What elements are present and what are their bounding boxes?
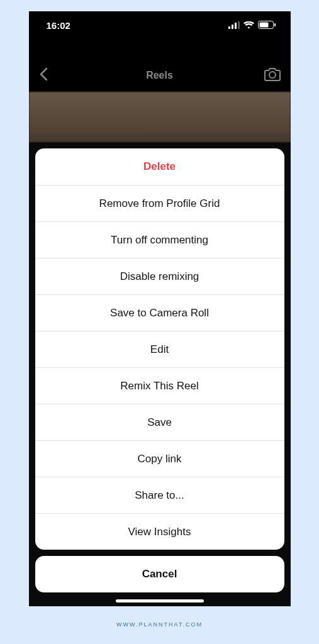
status-bar: 16:02 <box>29 11 291 39</box>
svg-rect-5 <box>259 22 268 27</box>
action-item-label: Turn off commenting <box>111 234 208 247</box>
svg-rect-6 <box>274 23 276 26</box>
action-item[interactable]: Turn off commenting <box>35 221 284 258</box>
svg-rect-0 <box>228 26 230 29</box>
action-sheet: DeleteRemove from Profile GridTurn off c… <box>35 148 284 550</box>
action-item[interactable]: View Insights <box>35 513 284 550</box>
action-item[interactable]: Remix This Reel <box>35 367 284 404</box>
svg-rect-2 <box>235 23 237 29</box>
action-item[interactable]: Edit <box>35 331 284 367</box>
action-item-label: Delete <box>143 160 176 173</box>
action-item-label: Remove from Profile Grid <box>99 197 220 210</box>
action-item[interactable]: Disable remixing <box>35 258 284 294</box>
action-item-label: Save to Camera Roll <box>110 307 209 319</box>
wifi-icon <box>243 20 254 31</box>
cancel-button[interactable]: Cancel <box>35 556 284 592</box>
status-right-cluster <box>228 20 276 31</box>
action-item[interactable]: Delete <box>35 148 284 185</box>
svg-rect-1 <box>232 25 233 29</box>
action-item-label: Share to... <box>135 489 184 502</box>
action-item-label: View Insights <box>128 526 191 538</box>
action-item[interactable]: Copy link <box>35 440 284 477</box>
home-indicator[interactable] <box>116 599 204 602</box>
status-time: 16:02 <box>47 20 70 31</box>
action-item-label: Save <box>147 416 172 429</box>
signal-icon <box>228 20 240 31</box>
action-item-label: Copy link <box>138 453 182 465</box>
action-item[interactable]: Save to Camera Roll <box>35 294 284 331</box>
phone-screen: 16:02 <box>29 11 291 606</box>
camera-icon[interactable] <box>264 67 281 84</box>
action-sheet-container: DeleteRemove from Profile GridTurn off c… <box>35 148 284 592</box>
nav-bar: Reels <box>29 62 291 89</box>
svg-point-7 <box>269 72 276 78</box>
cancel-label: Cancel <box>142 568 177 580</box>
battery-icon <box>258 20 276 31</box>
footer-link[interactable]: WWW.PLANNTHAT.COM <box>116 621 203 628</box>
action-item[interactable]: Save <box>35 404 284 440</box>
action-item[interactable]: Remove from Profile Grid <box>35 185 284 221</box>
nav-title: Reels <box>29 70 291 81</box>
svg-rect-3 <box>238 21 240 29</box>
action-item-label: Disable remixing <box>120 270 199 283</box>
action-item[interactable]: Share to... <box>35 477 284 513</box>
back-icon[interactable] <box>39 67 48 84</box>
action-item-label: Edit <box>150 343 169 356</box>
action-item-label: Remix This Reel <box>120 380 198 392</box>
